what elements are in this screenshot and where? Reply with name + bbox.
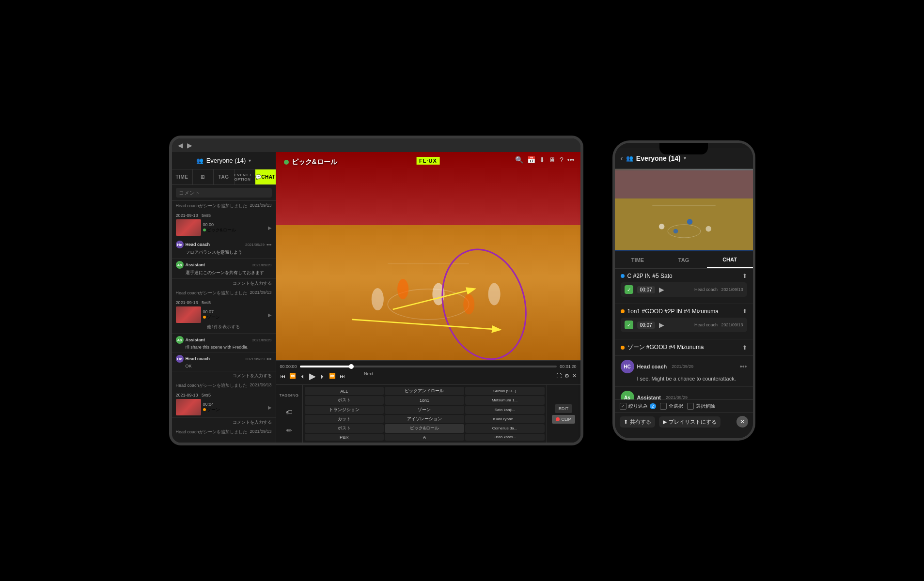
player-sato[interactable]: Sato kanji... — [465, 406, 545, 414]
video-title: ピック&ロール — [292, 158, 337, 167]
zoom-icon[interactable]: 🔍 — [515, 156, 523, 164]
comment-menu-button[interactable]: ••• — [266, 356, 272, 362]
step-back-icon[interactable]: ⏴ — [300, 373, 305, 379]
tab-chat[interactable]: 💬 CHAT — [255, 169, 276, 184]
step-forward-icon[interactable]: ⏵ — [320, 373, 325, 379]
calendar-icon[interactable]: 📅 — [527, 156, 535, 164]
tab-tag[interactable]: TAG — [661, 251, 707, 268]
filter-check-icon: ✓ — [620, 403, 626, 410]
expand-arrow-icon[interactable]: ▶ — [268, 312, 272, 318]
system-message: Head coachがシーンを追加しました 2021/09/13 — [172, 427, 276, 437]
tag-post2[interactable]: ポスト — [305, 424, 384, 432]
player-endo[interactable]: Endo kosei... — [465, 434, 545, 441]
tab-event[interactable]: EVENT / OPTION — [235, 169, 255, 184]
expand-arrow-icon[interactable]: ▶ — [268, 225, 272, 230]
players-layer — [276, 152, 580, 360]
play-icon[interactable]: ▶ — [659, 321, 664, 329]
tab-time[interactable]: TIME — [172, 169, 193, 184]
download-icon[interactable]: ⬇ — [539, 156, 545, 164]
skip-to-start-icon[interactable]: ⏮ — [280, 373, 285, 379]
tag-transition[interactable]: トランジション — [305, 406, 384, 414]
settings-icon[interactable]: ⚙ — [564, 373, 569, 379]
fullscreen-icon[interactable]: ⛶ — [556, 373, 562, 379]
more-icon[interactable]: ••• — [567, 156, 575, 164]
video-title-badge: ピック&ロール — [284, 158, 337, 167]
expand-arrow-icon[interactable]: ▶ — [268, 405, 272, 410]
check-icon: ✓ — [625, 321, 633, 329]
show-more-link[interactable]: 他1件を表示する — [176, 323, 272, 331]
scene-row: 00:00 ピック&ロール ▶ — [176, 219, 272, 236]
phone-video-court — [615, 169, 753, 251]
phone-back-button[interactable]: ‹ — [621, 154, 623, 163]
tag-cut[interactable]: カット — [305, 415, 384, 423]
tag-isolation[interactable]: アイソレーション — [385, 415, 464, 423]
player-suzuki[interactable]: Suzuki (90...) — [465, 387, 545, 395]
share-icon: ⬆ — [624, 419, 628, 425]
tab-time[interactable]: TIME — [615, 251, 661, 268]
comment-text: 選手達にこのシーンを共有しておきます — [176, 270, 272, 276]
player-kudo[interactable]: Kudo ryohe... — [465, 415, 545, 423]
share-icon[interactable]: ⬆ — [742, 308, 747, 315]
comment-block: He Head coach 2021/09/29 ••• フロアバランスを意識し… — [172, 238, 276, 259]
sidebar-header[interactable]: 👥 Everyone (14) ▾ — [172, 152, 276, 169]
next-frame-icon[interactable]: ⏩ — [329, 373, 336, 379]
tag-pr[interactable]: P&R — [305, 434, 384, 441]
tab-grid[interactable]: ⊞ — [193, 169, 214, 184]
share-button[interactable]: ⬆ 共有する — [620, 416, 655, 428]
player-cornelius[interactable]: Cornelius da... — [465, 424, 545, 432]
skip-to-end-icon[interactable]: ⏭ — [340, 373, 345, 379]
svg-point-15 — [658, 224, 664, 229]
tag-1on1[interactable]: 1on1 — [385, 396, 464, 404]
svg-point-5 — [463, 294, 474, 315]
tag-a[interactable]: A — [385, 434, 464, 441]
play-button[interactable]: ▶ — [309, 371, 316, 382]
scene-item[interactable]: 2021-09-13 5vs5 00:00 ピック&ロール — [172, 211, 276, 238]
forward-button[interactable]: ▶ — [187, 141, 192, 149]
comment-block: As Assistant 2021/09/29 I'll share this … — [172, 334, 276, 352]
share-icon[interactable]: ⬆ — [742, 273, 747, 279]
tab-tag[interactable]: TAG — [214, 169, 235, 184]
play-icon[interactable]: ▶ — [659, 286, 664, 293]
share-icon[interactable]: ⬆ — [742, 344, 747, 351]
tag-post[interactable]: ポスト — [305, 396, 384, 404]
prev-frame-icon[interactable]: ⏪ — [289, 373, 296, 379]
edit-button[interactable]: EDIT — [555, 404, 573, 413]
scene-thumbnail — [176, 306, 201, 323]
phone-device: ‹ 👥 Everyone (14) ▾ — [612, 140, 755, 441]
sketch-icon: ✏ — [286, 427, 292, 434]
tag-all[interactable]: ALL — [305, 387, 384, 395]
comment-input-link[interactable]: コメントを入力する — [172, 418, 276, 427]
comment-input[interactable] — [176, 188, 272, 198]
filter-button[interactable]: ✓ 絞り込み 2 — [620, 403, 656, 410]
back-button[interactable]: ◀ — [178, 141, 183, 149]
scene-item[interactable]: 2021-09-13 5vs5 00:07 ゾーン — [172, 298, 276, 334]
comment-text: OK — [176, 364, 272, 368]
tag-zone[interactable]: ゾーン — [385, 406, 464, 414]
deselect-button[interactable]: 選択解除 — [687, 403, 715, 410]
help-icon[interactable]: ? — [560, 156, 564, 164]
comment-menu-button[interactable]: ••• — [740, 363, 747, 370]
screen-icon[interactable]: 🖥 — [549, 156, 556, 164]
playlist-button[interactable]: ▶ プレイリストにする — [659, 416, 720, 428]
tag-pick-roll[interactable]: ピックアンドロール — [385, 387, 464, 395]
comment-menu-button[interactable]: ••• — [266, 242, 272, 247]
close-button[interactable]: ✕ — [736, 416, 748, 428]
scene-item[interactable]: 2021-09-13 5vs5 00:04 ゾーン — [172, 391, 276, 418]
comment-user-name: Head coach — [637, 364, 667, 369]
check-icon: ✓ — [625, 285, 633, 294]
scene-info: 00:00 ピック&ロール — [203, 222, 266, 233]
progress-bar[interactable]: Next — [300, 366, 557, 367]
comment-block: As Assistant 2021/09/29 選手達にこのシーンを共有しておき… — [172, 259, 276, 279]
clip-button[interactable]: CLIP — [552, 415, 575, 424]
phone-tag-entry: 1on1 #GOOD #2P IN #4 Mizunuma ⬆ ✓ 00:07 … — [615, 304, 753, 339]
comment-input-link[interactable]: コメントを入力する — [172, 371, 276, 381]
tag-pick-roll2[interactable]: ピック&ロール — [385, 424, 464, 432]
phone-zone-tag: ゾーン #GOOD #4 Mizunuma ⬆ — [615, 339, 753, 356]
main-scene: ◀ ▶ 👥 Everyone (14) ▾ TIME ⊞ — [0, 0, 924, 581]
close-video-icon[interactable]: ✕ — [572, 373, 577, 379]
progress-fill — [300, 366, 351, 367]
player-matsumura[interactable]: Matsumura 1... — [465, 396, 545, 404]
tab-chat[interactable]: CHAT — [707, 251, 753, 268]
select-all-button[interactable]: 全選択 — [660, 403, 683, 410]
comment-input-link[interactable]: コメントを入力する — [172, 279, 276, 288]
